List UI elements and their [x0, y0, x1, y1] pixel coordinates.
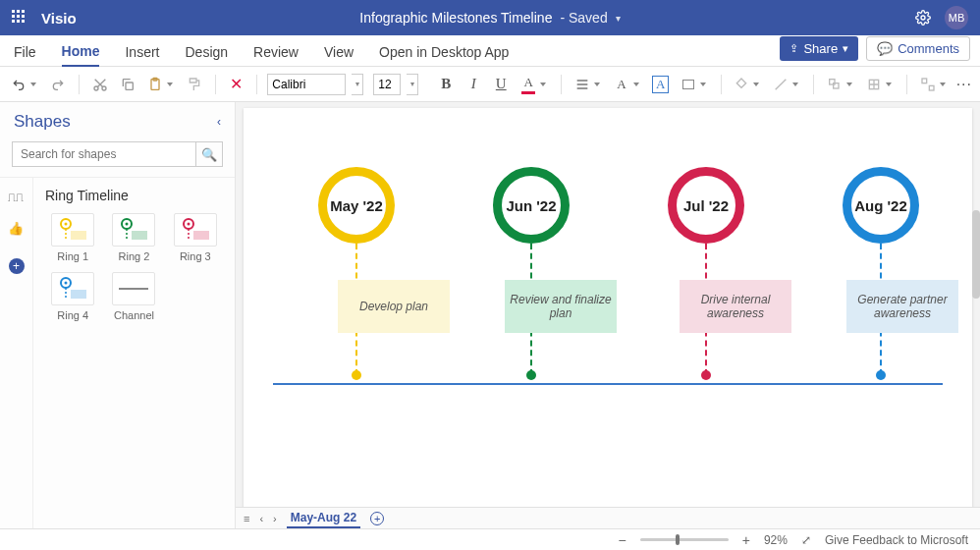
font-family-input[interactable]: [267, 74, 346, 95]
text-box-button[interactable]: A: [650, 74, 672, 95]
page-tab[interactable]: May-Aug 22: [287, 509, 360, 528]
undo-button[interactable]: [8, 74, 29, 95]
milestone-dot: [352, 370, 361, 380]
pages-list-icon[interactable]: ≡: [244, 513, 249, 524]
shape-ring-1[interactable]: Ring 1: [45, 213, 100, 262]
add-stencil-button[interactable]: +: [9, 258, 25, 274]
chevron-down-icon: ▾: [616, 13, 621, 24]
open-in-desktop-button[interactable]: Open in Desktop App: [379, 44, 509, 66]
settings-icon[interactable]: [915, 10, 931, 26]
zoom-slider[interactable]: [640, 538, 729, 541]
stencil-name: Ring Timeline: [45, 188, 223, 203]
svg-rect-3: [126, 82, 133, 89]
shapes-rail: ⎍⎍ 👍 +: [0, 178, 33, 528]
menu-item-file[interactable]: File: [14, 44, 36, 66]
paste-button[interactable]: [144, 74, 166, 95]
font-color-button[interactable]: A: [517, 74, 539, 95]
drawing-page[interactable]: May '22Develop planJun '22Review and fin…: [244, 108, 972, 519]
milestone-green[interactable]: Jun '22Review and finalize plan: [448, 167, 615, 380]
menu-item-insert[interactable]: Insert: [125, 44, 159, 66]
feedback-link[interactable]: Give Feedback to Microsoft: [825, 533, 968, 547]
shape-label: Channel: [114, 309, 154, 321]
format-painter-button[interactable]: [184, 74, 205, 95]
copy-button[interactable]: [117, 74, 138, 95]
svg-point-24: [65, 282, 68, 285]
menu-bar: FileHomeInsertDesignReviewViewOpen in De…: [0, 35, 980, 67]
stencils-icon[interactable]: ⎍⎍: [8, 190, 26, 207]
collapse-panel-icon[interactable]: ‹: [217, 115, 221, 129]
italic-button[interactable]: I: [463, 74, 484, 95]
fit-to-window-button[interactable]: ⤢: [801, 533, 811, 547]
comment-icon: 💬: [877, 41, 893, 56]
shape-label: Ring 1: [57, 250, 88, 262]
milestone-note: Develop plan: [338, 280, 450, 333]
ribbon-toolbar: ✕ ▾ ▾ B I U A A A ···: [0, 67, 980, 102]
menu-item-review[interactable]: Review: [253, 44, 299, 66]
share-label: Share: [803, 41, 838, 56]
favorites-icon[interactable]: 👍: [8, 221, 26, 239]
underline-button[interactable]: U: [490, 74, 512, 95]
zoom-out-button[interactable]: −: [619, 532, 626, 548]
bold-button[interactable]: B: [435, 74, 457, 95]
line-color-button[interactable]: [770, 74, 791, 95]
delete-button[interactable]: ✕: [225, 74, 246, 95]
menu-item-view[interactable]: View: [324, 44, 354, 66]
vertical-scrollbar[interactable]: [972, 210, 980, 299]
shape-ring-4[interactable]: Ring 4: [45, 272, 100, 321]
zoom-in-button[interactable]: +: [742, 532, 750, 548]
shapes-search-button[interactable]: 🔍: [195, 141, 223, 167]
text-direction-button[interactable]: A: [611, 74, 632, 95]
milestone-note: Generate partner awareness: [846, 280, 958, 333]
font-size-input[interactable]: [373, 74, 401, 95]
fill-color-button[interactable]: [731, 74, 752, 95]
canvas-area[interactable]: May '22Develop planJun '22Review and fin…: [236, 102, 980, 528]
milestone-blue[interactable]: Aug '22Generate partner awareness: [797, 167, 964, 380]
share-button[interactable]: ⇪ Share ▾: [780, 36, 858, 61]
font-family-dropdown[interactable]: ▾: [352, 74, 363, 95]
app-launcher-icon[interactable]: [12, 10, 27, 26]
share-icon: ⇪: [789, 42, 798, 55]
shape-channel[interactable]: Channel: [106, 272, 161, 321]
svg-point-0: [921, 16, 925, 20]
prev-page-button[interactable]: ‹: [259, 513, 263, 524]
shapes-search-input[interactable]: [12, 141, 195, 167]
milestone-yellow[interactable]: May '22Develop plan: [273, 167, 440, 380]
shape-label: Ring 2: [119, 250, 150, 262]
next-page-button[interactable]: ›: [273, 513, 277, 524]
svg-point-2: [102, 86, 106, 90]
redo-button[interactable]: [47, 74, 69, 95]
svg-rect-18: [132, 231, 147, 240]
align-button[interactable]: [572, 74, 593, 95]
milestone-note: Review and finalize plan: [505, 280, 617, 333]
menu-item-home[interactable]: Home: [62, 43, 100, 67]
svg-rect-9: [922, 79, 927, 83]
shape-ring-2[interactable]: Ring 2: [106, 213, 161, 262]
comments-button[interactable]: 💬 Comments: [866, 36, 970, 61]
shape-label: Ring 3: [180, 250, 211, 262]
status-bar: − + 92% ⤢ Give Feedback to Microsoft: [0, 528, 980, 550]
position-button[interactable]: [863, 74, 885, 95]
shape-label: Ring 4: [57, 309, 88, 321]
document-title[interactable]: Infographic Milestones Timeline - Saved …: [359, 10, 620, 26]
font-size-dropdown[interactable]: ▾: [407, 74, 418, 95]
milestone-dot: [526, 370, 536, 380]
arrange-button[interactable]: [824, 74, 845, 95]
shapes-panel: Shapes ‹ 🔍 ⎍⎍ 👍 + Ring Timeline Ring 1Ri…: [0, 102, 236, 528]
menu-item-design[interactable]: Design: [185, 44, 228, 66]
svg-point-20: [187, 223, 190, 226]
more-commands-button[interactable]: ···: [956, 76, 972, 93]
add-page-button[interactable]: +: [370, 512, 384, 525]
shape-ring-3[interactable]: Ring 3: [168, 213, 223, 262]
shape-fill-button[interactable]: [678, 74, 699, 95]
svg-rect-26: [71, 290, 86, 299]
milestone-dot: [701, 370, 711, 380]
milestone-pink[interactable]: Jul '22Drive internal awareness: [623, 167, 789, 380]
milestone-ring: Jul '22: [668, 167, 744, 244]
cut-button[interactable]: [89, 74, 111, 95]
main-area: Shapes ‹ 🔍 ⎍⎍ 👍 + Ring Timeline Ring 1Ri…: [0, 102, 980, 528]
svg-rect-10: [929, 85, 934, 90]
comments-label: Comments: [898, 41, 959, 56]
group-button[interactable]: [917, 74, 939, 95]
user-avatar[interactable]: MB: [945, 6, 968, 29]
milestone-ring: May '22: [318, 167, 395, 244]
